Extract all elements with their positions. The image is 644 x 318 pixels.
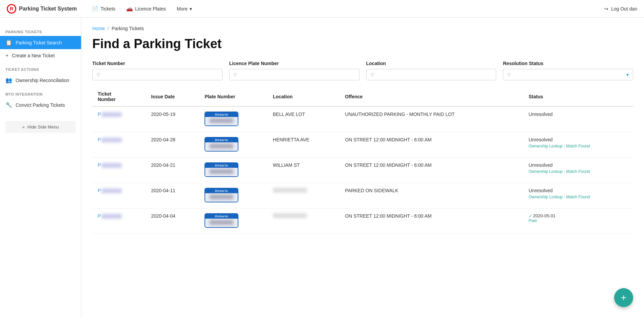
sidebar-create-ticket[interactable]: + Create a New Ticket bbox=[0, 49, 81, 62]
layout: PARKING TICKETS 📋 Parking Ticket Search … bbox=[0, 18, 644, 318]
hide-side-menu-button[interactable]: « Hide Side Menu bbox=[5, 121, 76, 133]
filter-icon-ticket: ▽ bbox=[97, 72, 100, 77]
hide-menu-label: Hide Side Menu bbox=[27, 124, 59, 130]
sidebar-section-mto: MTO INTEGRATION bbox=[0, 87, 81, 98]
plate-badge: Ontario bbox=[204, 162, 238, 177]
table-row[interactable]: P2020-05-19OntarioBELL AVE LOTUNAUTHORIZ… bbox=[92, 106, 633, 132]
resolution-status-label: Resolution Status bbox=[503, 61, 633, 66]
brand: R Parking Ticket System bbox=[7, 4, 77, 14]
ticket-number-label: Ticket Number bbox=[92, 61, 222, 66]
tickets-nav[interactable]: 📄 Tickets bbox=[87, 3, 120, 15]
resolution-status-select[interactable]: Unresolved Resolved Paid bbox=[513, 72, 624, 77]
resolution-status-filter: Resolution Status ▽ Unresolved Resolved … bbox=[503, 61, 633, 80]
sidebar-section-parking-tickets: PARKING TICKETS bbox=[0, 24, 81, 36]
sidebar-section-ticket-actions: TICKET ACTIONS bbox=[0, 62, 81, 74]
col-ticket-number: TicketNumber bbox=[92, 87, 145, 106]
location-input-wrapper: ▽ bbox=[366, 69, 496, 80]
location-label: Location bbox=[366, 61, 496, 66]
licence-plate-input[interactable] bbox=[240, 72, 355, 77]
paid-label: Paid bbox=[529, 218, 628, 223]
car-icon: 🚗 bbox=[126, 5, 133, 12]
tickets-nav-label: Tickets bbox=[100, 6, 115, 12]
sidebar-ownership-reconciliation[interactable]: 👥 Ownership Reconciliation bbox=[0, 74, 81, 87]
status: ✓2020-05-01Paid bbox=[523, 208, 633, 234]
col-plate-number: Plate Number bbox=[199, 87, 267, 106]
issue-date: 2020-04-04 bbox=[145, 208, 199, 234]
licence-plate-filter: Licence Plate Number ▽ bbox=[229, 61, 359, 80]
col-status: Status bbox=[523, 87, 633, 106]
ticket-number-link[interactable]: P bbox=[98, 213, 122, 219]
breadcrumb-separator: / bbox=[108, 26, 109, 31]
status-text: Unresolved bbox=[529, 162, 553, 168]
sidebar-convict-tickets[interactable]: 🔧 Convict Parking Tickets bbox=[0, 98, 81, 112]
document-icon: 📋 bbox=[5, 39, 12, 46]
location: BELL AVE LOT bbox=[268, 106, 340, 132]
plate-province: Ontario bbox=[205, 112, 238, 117]
status: Unresolved bbox=[523, 106, 633, 132]
main-content: Home / Parking Tickets Find a Parking Ti… bbox=[81, 18, 644, 318]
issue-date: 2020-04-28 bbox=[145, 132, 199, 158]
issue-date: 2020-04-11 bbox=[145, 183, 199, 208]
sidebar-ownership-reconciliation-label: Ownership Reconciliation bbox=[16, 78, 69, 83]
offence: ON STREET 12:00 MIDNIGHT - 6:00 AM bbox=[339, 158, 523, 183]
hide-menu-icon: « bbox=[22, 124, 25, 130]
ticket-number-link[interactable]: P bbox=[98, 188, 122, 193]
plate-number: Ontario bbox=[199, 106, 267, 132]
status-text: Unresolved bbox=[529, 188, 553, 193]
chevron-down-icon: ▾ bbox=[190, 6, 192, 12]
location bbox=[268, 183, 340, 208]
more-nav-label: More bbox=[177, 6, 188, 12]
plate-province: Ontario bbox=[205, 214, 238, 219]
plate-badge: Ontario bbox=[204, 112, 238, 126]
plate-number-text bbox=[205, 117, 238, 125]
licence-plates-nav-label: Licence Plates bbox=[135, 6, 166, 12]
resolution-status-wrapper: ▽ Unresolved Resolved Paid ▾ bbox=[503, 69, 633, 80]
status: UnresolvedOwnership Lookup - Match Found bbox=[523, 183, 633, 208]
plate-number-text bbox=[205, 219, 238, 227]
logout-icon: ↪ bbox=[604, 6, 608, 12]
logout-label: Log Out dan bbox=[611, 6, 637, 12]
page-title: Find a Parking Ticket bbox=[92, 37, 633, 51]
plate-badge: Ontario bbox=[204, 137, 238, 152]
sidebar-parking-ticket-search[interactable]: 📋 Parking Ticket Search bbox=[0, 36, 81, 49]
location: HENRIETTA AVE bbox=[268, 132, 340, 158]
plate-number: Ontario bbox=[199, 183, 267, 208]
logout-button[interactable]: ↪ Log Out dan bbox=[604, 6, 637, 12]
table-row[interactable]: P2020-04-11OntarioPARKED ON SIDEWALKUnre… bbox=[92, 183, 633, 208]
ownership-match-badge: Ownership Lookup - Match Found bbox=[529, 144, 628, 148]
offence: ON STREET 12:00 MIDNIGHT - 6:00 AM bbox=[339, 132, 523, 158]
col-offence: Offence bbox=[339, 87, 523, 106]
ticket-number-link[interactable]: P bbox=[98, 112, 122, 117]
table-row[interactable]: P2020-04-28OntarioHENRIETTA AVEON STREET… bbox=[92, 132, 633, 158]
plate-number-text bbox=[205, 168, 238, 176]
paid-date: ✓2020-05-01 bbox=[529, 213, 628, 218]
sidebar-convict-tickets-label: Convict Parking Tickets bbox=[16, 102, 65, 108]
breadcrumb-current: Parking Tickets bbox=[112, 26, 144, 31]
sidebar: PARKING TICKETS 📋 Parking Ticket Search … bbox=[0, 18, 81, 318]
chevron-down-icon: ▾ bbox=[626, 72, 629, 77]
plate-number-text bbox=[205, 142, 238, 151]
licence-plates-nav[interactable]: 🚗 Licence Plates bbox=[121, 3, 171, 15]
plus-icon: + bbox=[5, 53, 8, 59]
plate-province: Ontario bbox=[205, 188, 238, 193]
plate-badge: Ontario bbox=[204, 188, 238, 202]
table-row[interactable]: P2020-04-21OntarioWILLIAM STON STREET 12… bbox=[92, 158, 633, 183]
offence: ON STREET 12:00 MIDNIGHT - 6:00 AM bbox=[339, 208, 523, 234]
offence: PARKED ON SIDEWALK bbox=[339, 183, 523, 208]
status-text: Unresolved bbox=[529, 137, 553, 142]
tickets-icon: 📄 bbox=[92, 5, 98, 12]
create-ticket-fab[interactable]: + bbox=[614, 288, 633, 307]
more-nav[interactable]: More ▾ bbox=[172, 3, 197, 14]
status: UnresolvedOwnership Lookup - Match Found bbox=[523, 132, 633, 158]
plate-badge: Ontario bbox=[204, 213, 238, 228]
breadcrumb-home[interactable]: Home bbox=[92, 26, 105, 31]
location-input[interactable] bbox=[377, 72, 492, 77]
table-row[interactable]: P2020-04-04OntarioON STREET 12:00 MIDNIG… bbox=[92, 208, 633, 234]
ownership-match-badge: Ownership Lookup - Match Found bbox=[529, 169, 628, 174]
people-icon: 👥 bbox=[5, 77, 12, 83]
status: UnresolvedOwnership Lookup - Match Found bbox=[523, 158, 633, 183]
ticket-number-link[interactable]: P bbox=[98, 137, 122, 142]
ticket-number-input[interactable] bbox=[103, 72, 218, 77]
ticket-number-link[interactable]: P bbox=[98, 162, 122, 168]
plate-number-text bbox=[205, 193, 238, 202]
